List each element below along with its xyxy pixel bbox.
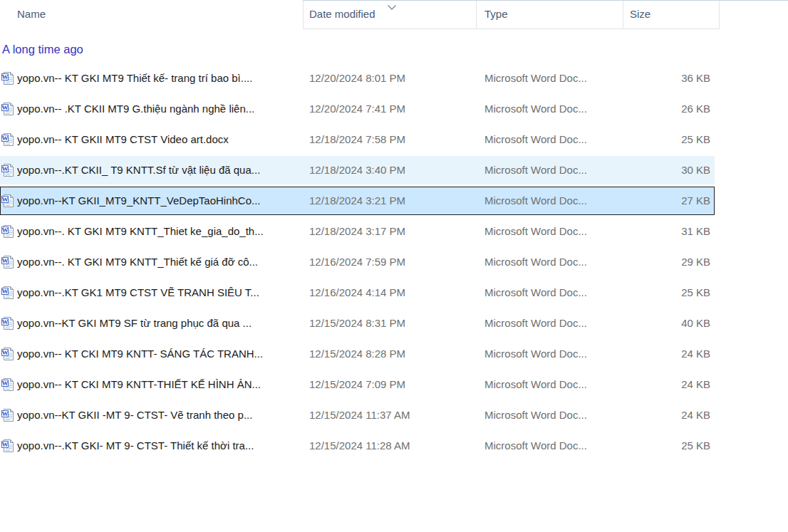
file-size: 31 KB: [623, 225, 715, 237]
column-header-type[interactable]: Type: [484, 0, 508, 28]
file-date-modified: 12/15/2024 8:31 PM: [303, 317, 476, 329]
word-document-icon: W: [0, 348, 17, 360]
column-header-size-label: Size: [630, 8, 650, 20]
file-date-modified: 12/16/2024 7:59 PM: [303, 256, 476, 268]
file-date-modified: 12/16/2024 4:14 PM: [303, 286, 476, 298]
file-type: Microsoft Word Doc...: [476, 317, 623, 329]
word-document-icon: W: [0, 256, 17, 268]
file-row-13[interactable]: W yopo.vn--.KT GKI- MT 9- CTST- Thiết kế…: [0, 430, 788, 461]
file-row-5[interactable]: W yopo.vn--KT GKII_MT9_KNTT_VeDepTaoHinh…: [0, 185, 788, 216]
word-document-icon: W: [0, 409, 17, 422]
file-size: 25 KB: [623, 439, 715, 452]
file-size: 36 KB: [623, 72, 715, 84]
word-document-icon: W: [0, 194, 17, 207]
file-size: 24 KB: [623, 348, 715, 360]
svg-text:W: W: [2, 165, 9, 172]
file-name: yopo.vn--.KT GK1 MT9 CTST VẼ TRANH SIÊU …: [17, 286, 303, 298]
file-name: yopo.vn--. KT GKI MT9 KNTT_Thiet ke_gia_…: [17, 225, 303, 237]
file-size: 27 KB: [623, 194, 715, 207]
file-size: 25 KB: [623, 286, 715, 298]
file-row-8[interactable]: W yopo.vn--.KT GK1 MT9 CTST VẼ TRANH SIÊ…: [0, 277, 788, 308]
file-type: Microsoft Word Doc...: [476, 409, 623, 421]
file-date-modified: 12/18/2024 7:58 PM: [303, 133, 476, 145]
column-resize-handle-type[interactable]: [623, 1, 623, 29]
file-type: Microsoft Word Doc...: [476, 286, 623, 298]
svg-text:W: W: [2, 226, 9, 234]
svg-text:W: W: [2, 104, 9, 111]
file-type: Microsoft Word Doc...: [476, 194, 623, 207]
svg-text:W: W: [2, 410, 9, 417]
file-row-4[interactable]: W yopo.vn--.KT CKII_ T9 KNTT.Sf từ vật l…: [0, 155, 788, 185]
column-header-name[interactable]: Name: [17, 0, 46, 28]
chevron-down-icon[interactable]: [387, 1, 397, 7]
file-row-12[interactable]: W yopo.vn--KT GKII -MT 9- CTST- Vẽ tranh…: [0, 400, 788, 430]
header-top-border: [303, 0, 788, 1]
file-size: 26 KB: [623, 103, 715, 115]
file-name: yopo.vn--KT GKI MT9 SF từ trang phục đã …: [17, 317, 303, 329]
file-date-modified: 12/15/2024 11:28 AM: [303, 439, 476, 452]
file-type: Microsoft Word Doc...: [476, 378, 623, 390]
file-size: 30 KB: [623, 164, 715, 176]
word-document-icon: W: [0, 225, 17, 238]
word-document-icon: W: [0, 103, 17, 115]
header-bottom-border: [303, 28, 719, 29]
file-row-3[interactable]: W yopo.vn-- KT GKII MT9 CTST Video art.d…: [0, 124, 788, 155]
svg-text:W: W: [2, 135, 9, 142]
file-size: 24 KB: [623, 409, 715, 421]
file-name: yopo.vn-- KT CKI MT9 KNTT-THIẾT KẾ HÌNH …: [17, 378, 303, 390]
file-row-10[interactable]: W yopo.vn-- KT CKI MT9 KNTT- SÁNG TÁC TR…: [0, 338, 788, 369]
file-list: W yopo.vn-- KT GKI MT9 Thiết kế- trang t…: [0, 63, 788, 461]
group-header[interactable]: A long time ago: [2, 41, 83, 57]
file-type: Microsoft Word Doc...: [476, 133, 623, 145]
column-header-date-label: Date modified: [309, 8, 375, 20]
file-row-7[interactable]: W yopo.vn--. KT GKI MT9 KNTT_Thiết kế gi…: [0, 246, 788, 277]
file-name: yopo.vn-- KT GKI MT9 Thiết kế- trang trí…: [17, 72, 303, 84]
column-header-date-modified[interactable]: Date modified: [309, 0, 375, 28]
file-date-modified: 12/20/2024 8:01 PM: [303, 72, 476, 84]
column-resize-handle-size[interactable]: [719, 1, 720, 29]
file-type: Microsoft Word Doc...: [476, 439, 623, 452]
file-date-modified: 12/20/2024 7:41 PM: [303, 103, 476, 115]
file-date-modified: 12/15/2024 11:37 AM: [303, 409, 476, 421]
file-explorer-details-view: Name Date modified Type Size A long time…: [0, 0, 788, 532]
file-row-1[interactable]: W yopo.vn-- KT GKI MT9 Thiết kế- trang t…: [0, 63, 788, 93]
svg-text:W: W: [2, 349, 9, 356]
word-document-icon: W: [0, 164, 17, 177]
file-type: Microsoft Word Doc...: [476, 225, 623, 237]
file-row-9[interactable]: W yopo.vn--KT GKI MT9 SF từ trang phục đ…: [0, 308, 788, 338]
word-document-icon: W: [0, 72, 17, 85]
svg-text:W: W: [2, 288, 9, 295]
file-date-modified: 12/18/2024 3:17 PM: [303, 225, 476, 237]
word-document-icon: W: [0, 439, 17, 452]
file-size: 40 KB: [623, 317, 715, 329]
file-row-6[interactable]: W yopo.vn--. KT GKI MT9 KNTT_Thiet ke_gi…: [0, 216, 788, 246]
file-name: yopo.vn--.KT CKII_ T9 KNTT.Sf từ vật liệ…: [17, 164, 303, 176]
file-type: Microsoft Word Doc...: [476, 72, 623, 84]
file-name: yopo.vn--KT GKII_MT9_KNTT_VeDepTaoHinhCo…: [17, 194, 303, 207]
svg-text:W: W: [2, 318, 9, 325]
svg-text:W: W: [2, 441, 9, 448]
word-document-icon: W: [0, 133, 17, 146]
word-document-icon: W: [0, 286, 17, 299]
file-type: Microsoft Word Doc...: [476, 256, 623, 268]
file-type: Microsoft Word Doc...: [476, 348, 623, 360]
file-date-modified: 12/15/2024 8:28 PM: [303, 348, 476, 360]
column-header-name-label: Name: [17, 8, 46, 20]
column-header-size[interactable]: Size: [630, 0, 650, 28]
file-date-modified: 12/15/2024 7:09 PM: [303, 378, 476, 390]
file-name: yopo.vn--KT GKII -MT 9- CTST- Vẽ tranh t…: [17, 409, 303, 421]
column-header-row: Name Date modified Type Size: [0, 0, 788, 29]
file-type: Microsoft Word Doc...: [476, 164, 623, 176]
word-document-icon: W: [0, 378, 17, 391]
file-type: Microsoft Word Doc...: [476, 103, 623, 115]
file-size: 25 KB: [623, 133, 715, 145]
file-row-2[interactable]: W yopo.vn-- .KT CKII MT9 G.thiệu ngành n…: [0, 93, 788, 124]
column-header-type-label: Type: [484, 8, 508, 20]
column-resize-handle-name[interactable]: [303, 1, 304, 29]
file-name: yopo.vn-- KT GKII MT9 CTST Video art.doc…: [17, 133, 303, 145]
file-name: yopo.vn--. KT GKI MT9 KNTT_Thiết kế giá …: [17, 256, 303, 268]
file-row-11[interactable]: W yopo.vn-- KT CKI MT9 KNTT-THIẾT KẾ HÌN…: [0, 369, 788, 400]
word-document-icon: W: [0, 317, 17, 330]
svg-text:W: W: [2, 73, 9, 80]
column-resize-handle-date[interactable]: [476, 1, 477, 29]
